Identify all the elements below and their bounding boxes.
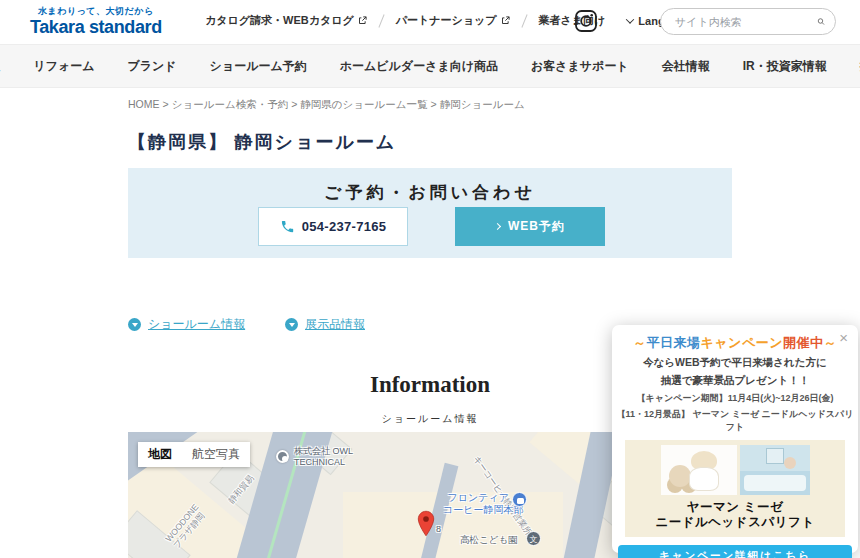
header: 水まわりって、大切だから Takara standard カタログ請求・WEBカ… <box>0 0 860 44</box>
divider <box>378 14 384 27</box>
breadcrumb-current: 静岡ショールーム <box>440 98 525 110</box>
nav-item-brand[interactable]: ブランド <box>127 58 176 75</box>
map-toggle-map[interactable]: 地図 <box>138 442 182 467</box>
circle-down-arrow-icon <box>285 318 298 331</box>
campaign-product-panel: ヤーマン ミーゼ ニードルヘッドスパリフト <box>625 440 845 537</box>
utility-link-catalog[interactable]: カタログ請求・WEBカタログ <box>205 13 367 28</box>
breadcrumb: HOME>ショールーム検索・予約>静岡県のショールーム一覧>静岡ショールーム <box>128 98 525 112</box>
product-name: ヤーマン ミーゼ ニードルヘッドスパリフト <box>625 500 845 530</box>
phone-icon <box>280 219 295 234</box>
utility-nav: カタログ請求・WEBカタログ パートナーショップ 業者さま向け Language <box>205 13 690 28</box>
breadcrumb-search[interactable]: ショールーム検索・予約 <box>172 98 288 110</box>
map-marker-number: 8 <box>436 524 441 535</box>
site-search <box>660 8 836 35</box>
map-school-icon: 文 <box>526 531 541 546</box>
breadcrumb-prefecture[interactable]: 静岡県のショールーム一覧 <box>300 98 427 110</box>
search-input[interactable] <box>675 16 817 28</box>
map-pin-icon[interactable] <box>416 510 436 538</box>
map-poi-icon <box>276 450 289 463</box>
nav-item-ir[interactable]: IR・投資家情報 <box>743 58 827 75</box>
phone-button[interactable]: 054-237-7165 <box>258 207 408 246</box>
nav-item-showroom[interactable]: ショールーム予約 <box>210 58 307 75</box>
map-label-takamatsu: 高松こども園 <box>460 534 518 545</box>
external-link-icon <box>501 16 510 25</box>
nav-item-reform[interactable]: リフォーム <box>33 58 94 75</box>
campaign-title: ～平日来場キャンペーン開催中～ <box>612 334 858 352</box>
campaign-prize: 【11・12月景品】 ヤーマン ミーゼ ニードルヘッドスパリフト <box>612 408 858 434</box>
breadcrumb-home[interactable]: HOME <box>128 98 160 110</box>
reservation-box: ご予約・お問い合わせ 054-237-7165 WEB予約 <box>128 168 732 258</box>
nav-item-support[interactable]: お客さまサポート <box>531 58 629 75</box>
close-icon[interactable]: × <box>836 327 851 348</box>
web-reservation-button[interactable]: WEB予約 <box>455 207 605 246</box>
instagram-icon[interactable] <box>574 9 598 33</box>
nav-item-homebuilder[interactable]: ホームビルダーさま向け商品 <box>340 58 498 75</box>
chevron-right-icon <box>494 223 501 230</box>
anchor-link-exhibit-info[interactable]: 展示品情報 <box>285 316 365 333</box>
phone-number: 054-237-7165 <box>302 219 387 234</box>
circle-down-arrow-icon <box>128 318 141 331</box>
chevron-down-icon <box>626 15 634 23</box>
external-link-icon <box>358 16 367 25</box>
logo-text: Takara standard <box>30 18 162 38</box>
reservation-heading: ご予約・お問い合わせ <box>128 181 732 204</box>
product-image-device <box>661 445 737 495</box>
map-cafe-icon <box>512 492 527 507</box>
campaign-line1: 今ならWEB予約で平日来場された方に <box>612 356 858 370</box>
main-nav: 商品情報 リフォーム ブランド ショールーム予約 ホームビルダーさま向け商品 お… <box>0 44 860 88</box>
page-title: 【静岡県】 静岡ショールーム <box>128 130 396 154</box>
campaign-line2: 抽選で豪華景品プレゼント！！ <box>612 374 858 388</box>
map-label-frontier: フロンティアコーヒー静岡本部 <box>443 492 509 516</box>
anchor-link-showroom-info[interactable]: ショールーム情報 <box>128 316 245 333</box>
site-logo[interactable]: 水まわりって、大切だから Takara standard <box>30 5 162 38</box>
product-image-bath-scene <box>740 445 810 495</box>
campaign-popup: × ～平日来場キャンペーン開催中～ 今ならWEB予約で平日来場された方に 抽選で… <box>612 325 858 553</box>
campaign-period: 【キャンペーン期間】11月4日(火)~12月26日(金) <box>612 392 858 405</box>
search-icon[interactable] <box>817 13 825 30</box>
map-toggle-aerial[interactable]: 航空写真 <box>182 442 250 467</box>
map-label-owl: 株式会社 OWLTECHNICAL <box>294 446 353 468</box>
utility-link-partnershop[interactable]: パートナーショップ <box>396 13 510 28</box>
map-type-toggle: 地図 航空写真 <box>138 442 250 467</box>
campaign-detail-button[interactable]: キャンペーン詳細はこちら <box>618 545 852 558</box>
divider <box>521 14 527 27</box>
nav-item-company[interactable]: 会社情報 <box>662 58 710 75</box>
